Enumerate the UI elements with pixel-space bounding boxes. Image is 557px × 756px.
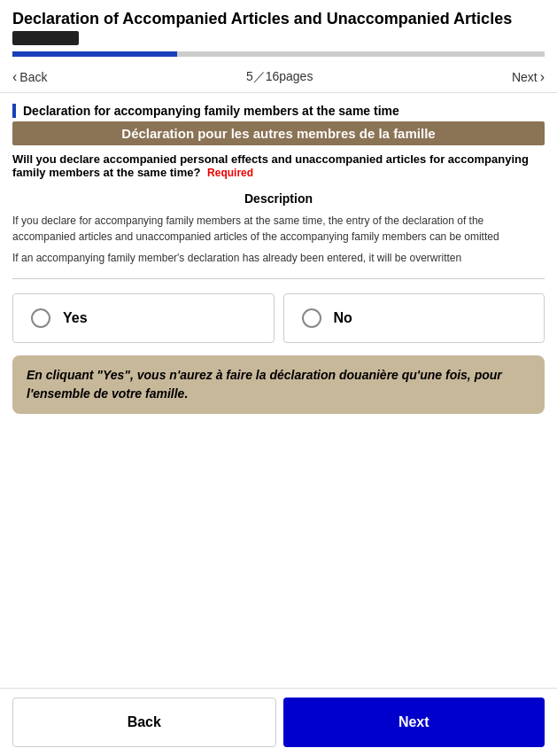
required-badge: Required xyxy=(207,167,253,179)
main-content: Declaration for accompanying family memb… xyxy=(0,93,557,688)
nav-bar: Back 5／16pages Next xyxy=(0,62,557,93)
description-line1: If you declare for accompanying family m… xyxy=(12,213,545,245)
question-text: Will you declare accompanied personal ef… xyxy=(12,152,545,179)
chevron-left-icon xyxy=(12,69,17,85)
radio-group: Yes No xyxy=(12,293,545,343)
no-label: No xyxy=(334,310,352,326)
progress-bar-fill xyxy=(12,51,177,57)
page-title: Declaration of Accompanied Articles and … xyxy=(12,9,545,29)
header-subtitle: XXXXXXXX xyxy=(12,31,79,45)
next-button[interactable]: Next xyxy=(283,698,545,747)
description-line2: If an accompanying family member's decla… xyxy=(12,250,545,266)
back-button[interactable]: Back xyxy=(12,698,276,747)
nav-next-button[interactable]: Next xyxy=(512,69,545,85)
progress-bar-container xyxy=(12,51,545,57)
divider xyxy=(12,278,545,279)
nav-page-info: 5／16pages xyxy=(246,69,313,85)
yes-label: Yes xyxy=(63,310,88,326)
footer: Back Next xyxy=(0,688,557,756)
no-option[interactable]: No xyxy=(283,293,545,343)
french-banner: Déclaration pour les autres membres de l… xyxy=(12,121,545,145)
description-body: If you declare for accompanying family m… xyxy=(12,213,545,266)
header: Declaration of Accompanied Articles and … xyxy=(0,0,557,62)
description-heading: Description xyxy=(12,191,545,206)
nav-next-label: Next xyxy=(512,70,538,84)
description-section: Description If you declare for accompany… xyxy=(12,191,545,266)
yes-option[interactable]: Yes xyxy=(12,293,275,343)
nav-back-label: Back xyxy=(19,70,47,84)
section-header: Declaration for accompanying family memb… xyxy=(12,104,545,118)
tooltip-box: En cliquant "Yes", vous n'aurez à faire … xyxy=(12,355,545,414)
section-title: Declaration for accompanying family memb… xyxy=(23,104,545,118)
tooltip-text: En cliquant "Yes", vous n'aurez à faire … xyxy=(27,368,502,401)
yes-radio-circle[interactable] xyxy=(31,308,50,328)
page-wrapper: Declaration of Accompanied Articles and … xyxy=(0,0,557,756)
no-radio-circle[interactable] xyxy=(302,308,321,328)
nav-back-button[interactable]: Back xyxy=(12,69,47,85)
chevron-right-icon xyxy=(540,69,545,85)
